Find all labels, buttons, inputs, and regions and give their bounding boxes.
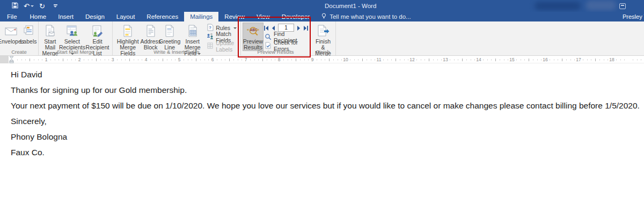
ribbon-mailings: Envelopes Labels Create Start Mail Merge: [0, 21, 644, 56]
ruler-tick: [329, 59, 330, 61]
ruler-tick: [371, 60, 371, 61]
ribbon-tab-bar: File Home Insert Design Layout Reference…: [0, 12, 644, 21]
ribbon-display-options-icon[interactable]: [619, 3, 626, 9]
ruler-tick: [487, 60, 488, 61]
preview-results-button[interactable]: «ABC» Preview Results: [243, 23, 264, 51]
ruler-tick: [108, 60, 109, 61]
match-fields-icon: [207, 33, 214, 41]
ruler-tick: [516, 60, 517, 61]
ruler-number: 10: [343, 57, 348, 62]
svg-text:«: «: [247, 28, 249, 32]
envelopes-button[interactable]: Envelopes: [2, 23, 20, 45]
ruler-tick: [58, 60, 59, 61]
tab-file[interactable]: File: [0, 12, 24, 21]
tab-references[interactable]: References: [141, 12, 184, 21]
undo-button[interactable]: ↶: [24, 3, 34, 10]
address-block-button[interactable]: Address Block: [141, 23, 160, 51]
ruler-tick: [196, 59, 196, 61]
tab-developer[interactable]: Developer: [276, 12, 316, 21]
undo-dropdown-caret[interactable]: [31, 5, 34, 7]
horizontal-ruler: 123456789101112131415161718: [0, 56, 644, 63]
ruler-tick: [204, 60, 205, 61]
envelope-icon: [4, 24, 18, 39]
ruler-number: 12: [409, 57, 414, 62]
save-icon[interactable]: [12, 1, 18, 11]
ruler-tick: [233, 60, 234, 61]
ruler-tick: [184, 60, 184, 61]
tab-design[interactable]: Design: [79, 12, 111, 21]
ruler-tick: [587, 60, 588, 61]
redacted-area: [535, 2, 581, 10]
ruler-number: 3: [112, 57, 114, 62]
ruler-tick: [84, 60, 84, 61]
ruler-tick: [554, 60, 554, 61]
tab-home[interactable]: Home: [24, 12, 53, 21]
ruler-tick: [583, 60, 583, 61]
customize-qat-icon[interactable]: [54, 4, 57, 8]
ruler-tick: [425, 60, 425, 61]
ruler-tick: [55, 60, 55, 61]
ruler-tick: [241, 60, 242, 61]
ruler-tick: [429, 59, 429, 61]
redo-icon[interactable]: ↻: [39, 3, 45, 10]
paragraph[interactable]: Sincerely,: [11, 117, 644, 126]
ruler-tick: [375, 60, 375, 61]
ruler-tick: [221, 60, 222, 61]
tab-insert[interactable]: Insert: [52, 12, 79, 21]
paragraph[interactable]: Hi David: [11, 70, 644, 79]
ruler-tick: [338, 60, 338, 61]
rules-icon: ?: [207, 24, 214, 32]
greeting-line-button[interactable]: Greeting Line: [160, 23, 179, 51]
edit-recipient-list-icon: [90, 24, 104, 39]
svg-text:»: »: [257, 28, 259, 32]
ruler-tick: [624, 60, 625, 61]
ruler-tick: [641, 60, 641, 61]
ruler-margin-area: [0, 56, 9, 63]
ruler-tick: [562, 59, 562, 61]
ruler-number: 5: [178, 57, 181, 62]
ruler-tick: [50, 60, 51, 61]
ruler-tick: [267, 60, 267, 61]
dropdown-caret: [233, 27, 237, 29]
ruler-tick: [121, 60, 122, 61]
ruler-number: 14: [476, 57, 481, 62]
ruler-tick: [275, 60, 275, 61]
ruler-tick: [558, 60, 558, 61]
paragraph[interactable]: Faux Co.: [11, 148, 644, 157]
ruler-tick: [599, 60, 600, 61]
ruler-tick: [570, 60, 571, 61]
first-record-icon[interactable]: [264, 23, 269, 33]
ruler-tick: [21, 60, 22, 61]
ruler-number: 13: [443, 57, 448, 62]
paragraph[interactable]: Phony Bologna: [11, 133, 644, 142]
ruler-tick: [92, 60, 92, 61]
ruler-tick: [341, 60, 342, 61]
tab-layout[interactable]: Layout: [111, 12, 141, 21]
ruler-tick: [67, 60, 68, 61]
tell-me-box[interactable]: Tell me what you want to do...: [321, 12, 411, 21]
ruler-tick: [574, 60, 575, 61]
paragraph[interactable]: Thanks for signing up for our Gold membe…: [11, 86, 644, 95]
ruler-tick: [238, 60, 238, 61]
ruler-tick: [258, 60, 259, 61]
ruler-tick: [325, 60, 325, 61]
account-user-name[interactable]: Presley Tr: [623, 12, 644, 21]
tab-view[interactable]: View: [251, 12, 276, 21]
start-mail-merge-icon: [43, 24, 57, 39]
ruler-tick: [88, 60, 89, 61]
ruler-tick: [167, 60, 167, 61]
tab-review[interactable]: Review: [218, 12, 251, 21]
tab-mailings[interactable]: Mailings: [184, 12, 218, 21]
ruler-tick: [462, 59, 463, 61]
paragraph[interactable]: Your next payment of $150 will be due on…: [11, 102, 644, 111]
ruler-tick: [304, 60, 305, 61]
labels-button[interactable]: Labels: [20, 23, 36, 45]
group-label-preview-results: Preview Results: [241, 49, 310, 55]
ruler-tick: [138, 60, 138, 61]
ruler-tick: [637, 60, 638, 61]
document-page[interactable]: Hi David Thanks for signing up for our G…: [0, 63, 644, 217]
ruler-number: 9: [311, 57, 314, 62]
ruler-tick: [471, 60, 471, 61]
ruler-tick: [100, 60, 101, 61]
ruler-tick: [591, 60, 591, 61]
